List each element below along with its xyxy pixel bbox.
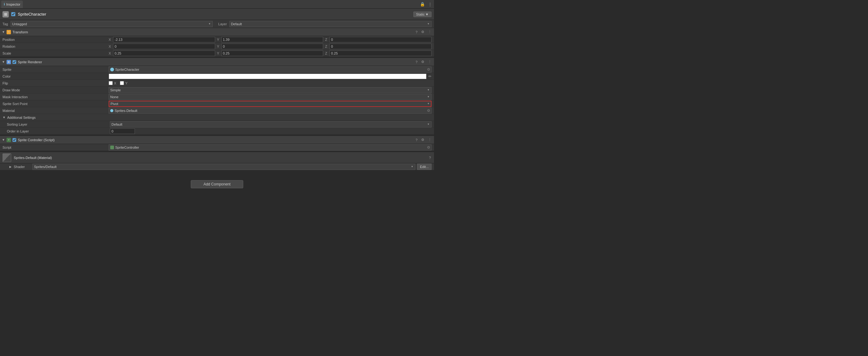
scale-x-item: X: [108, 50, 215, 56]
script-target-btn[interactable]: ⊙: [427, 145, 430, 149]
sprite-label: Sprite: [2, 68, 108, 71]
material-preview-row: Sprites-Default (Material) ?: [0, 152, 434, 163]
add-component-button[interactable]: Add Component: [191, 180, 244, 188]
inspector-tab[interactable]: ℹ Inspector: [1, 1, 23, 8]
sprite-controller-title: Sprite Controller (Script): [18, 138, 55, 142]
static-button[interactable]: Static ▼: [413, 11, 432, 17]
sorting-layer-dropdown[interactable]: Default: [110, 121, 432, 128]
position-z-label: Z: [325, 38, 330, 41]
sprite-target-btn[interactable]: ⊙: [427, 67, 430, 71]
transform-icon: ⟲: [6, 30, 11, 34]
color-field[interactable]: [108, 74, 427, 79]
scale-z-item: Z: [325, 50, 432, 56]
rotation-label: Rotation: [2, 44, 108, 48]
color-picker-btn[interactable]: ✏: [428, 74, 432, 78]
shader-edit-btn[interactable]: Edit...: [417, 164, 432, 170]
gameobject-icon: ⊞: [2, 11, 9, 17]
inspector-tab-label: Inspector: [6, 2, 20, 6]
scale-row: Scale X Y Z: [0, 50, 434, 57]
position-y-label: Y: [217, 38, 221, 41]
flip-row: Flip X Y: [0, 80, 434, 87]
transform-title: Transform: [12, 30, 28, 34]
tag-dropdown[interactable]: Untagged: [11, 21, 213, 27]
transform-menu-btn[interactable]: ⋮: [428, 30, 432, 34]
menu-icon[interactable]: ⋮: [428, 1, 433, 7]
script-value: SpriteController: [115, 146, 425, 149]
scale-y-input[interactable]: [221, 50, 323, 56]
sprite-controller-menu-btn[interactable]: ⋮: [428, 138, 432, 142]
material-expand-arrow[interactable]: ▶: [9, 165, 14, 168]
rotation-y-input[interactable]: [221, 44, 323, 49]
sprite-renderer-help-btn[interactable]: ?: [415, 60, 418, 64]
go-header-left: ⊞ SpriteCharacter: [2, 11, 413, 17]
layer-dropdown-wrapper: Default: [229, 21, 432, 27]
sprite-renderer-checkbox[interactable]: [12, 60, 16, 64]
flip-x-checkbox[interactable]: [108, 81, 113, 85]
sprite-renderer-header-right: ? ⚙ ⋮: [415, 60, 432, 64]
rotation-y-label: Y: [217, 44, 221, 48]
transform-help-btn[interactable]: ?: [415, 30, 418, 34]
position-x-item: X: [108, 37, 215, 42]
sprite-field[interactable]: SpriteCharacter ⊙: [108, 66, 432, 73]
scale-x-input[interactable]: [113, 50, 215, 56]
sprite-renderer-menu-btn[interactable]: ⋮: [428, 60, 432, 64]
position-label: Position: [2, 38, 108, 41]
sprite-controller-header-left: ▼ # Sprite Controller (Script): [2, 138, 55, 142]
sprite-controller-header[interactable]: ▼ # Sprite Controller (Script) ? ⚙ ⋮: [0, 136, 434, 144]
rotation-z-item: Z: [325, 44, 432, 49]
material-dot-icon: [110, 109, 113, 112]
flip-group: X Y: [108, 81, 128, 85]
shader-row: ▶ Shader Sprites/Default Edit...: [0, 163, 434, 170]
script-row: Script SpriteController ⊙: [0, 144, 434, 151]
separator-4: [0, 170, 434, 176]
material-value: Sprites-Default: [115, 109, 426, 112]
rotation-z-input[interactable]: [330, 44, 432, 49]
lock-icon[interactable]: 🔒: [419, 1, 426, 7]
sprite-renderer-header[interactable]: ▼ ▣ Sprite Renderer ? ⚙ ⋮: [0, 58, 434, 66]
material-preview-right: ?: [428, 156, 432, 159]
sorting-layer-dropdown-wrapper: Default: [110, 121, 432, 128]
flip-y-checkbox[interactable]: [120, 81, 124, 85]
position-y-input[interactable]: [221, 37, 323, 42]
sprite-controller-header-right: ? ⚙ ⋮: [415, 138, 432, 142]
color-right: ✏: [108, 74, 432, 79]
script-field[interactable]: SpriteController ⊙: [108, 144, 432, 150]
layer-dropdown[interactable]: Default: [229, 21, 432, 27]
rotation-z-label: Z: [325, 44, 330, 48]
mask-interaction-row: Mask Interaction None: [0, 94, 434, 100]
material-target-btn[interactable]: ⊙: [427, 108, 430, 112]
additional-settings-header[interactable]: ▼ Additional Settings: [0, 114, 434, 121]
sprite-controller-help-btn[interactable]: ?: [415, 138, 418, 142]
material-field[interactable]: Sprites-Default ⊙: [108, 108, 432, 114]
sprite-renderer-title: Sprite Renderer: [18, 60, 42, 64]
transform-component-header[interactable]: ▼ ⟲ Transform ? ⚙ ⋮: [0, 28, 434, 36]
sprite-controller-icon: #: [6, 138, 11, 142]
script-label: Script: [2, 146, 108, 149]
order-in-layer-input[interactable]: [110, 129, 135, 134]
position-x-input[interactable]: [113, 37, 215, 42]
sprite-renderer-settings-btn[interactable]: ⚙: [421, 60, 425, 64]
draw-mode-dropdown[interactable]: Simple: [108, 87, 432, 93]
gameobject-active-checkbox[interactable]: [11, 12, 15, 16]
draw-mode-dropdown-wrapper: Simple: [108, 87, 432, 93]
sprite-sort-point-field[interactable]: Pivot ▼: [108, 101, 432, 107]
static-label: Static: [416, 12, 425, 16]
shader-dropdown[interactable]: Sprites/Default: [32, 164, 415, 170]
flip-x-item: X: [108, 81, 116, 85]
rotation-x-input[interactable]: [113, 44, 215, 49]
sprite-controller-checkbox[interactable]: [12, 138, 16, 142]
material-help-btn[interactable]: ?: [428, 156, 432, 159]
scale-z-input[interactable]: [330, 50, 432, 56]
sprite-controller-settings-btn[interactable]: ⚙: [421, 138, 425, 142]
tab-bar-left: ℹ Inspector: [1, 1, 23, 8]
sorting-layer-row: Sorting Layer Default: [0, 121, 434, 128]
position-z-input[interactable]: [330, 37, 432, 42]
tag-dropdown-wrapper: Untagged: [11, 21, 213, 27]
sprite-value: SpriteCharacter: [115, 68, 426, 71]
mask-interaction-dropdown[interactable]: None: [108, 94, 432, 100]
mask-interaction-label: Mask Interaction: [2, 95, 108, 99]
material-preview-left: Sprites-Default (Material): [2, 153, 52, 162]
sprite-sort-point-row: Sprite Sort Point Pivot ▼: [0, 100, 434, 107]
transform-settings-btn[interactable]: ⚙: [421, 30, 425, 34]
transform-header-left: ▼ ⟲ Transform: [2, 30, 28, 34]
